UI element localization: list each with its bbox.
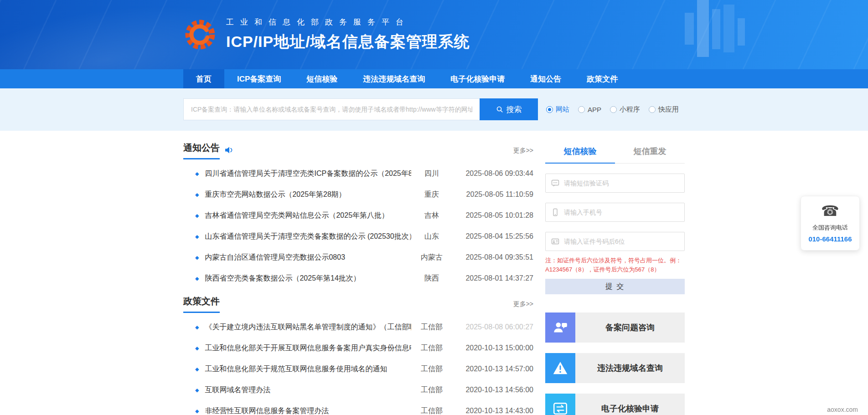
policies-more-link[interactable]: 更多>> bbox=[513, 300, 533, 313]
platform-label: 工业和信息化部政务服务平台 bbox=[226, 17, 470, 27]
notices-more-link[interactable]: 更多>> bbox=[513, 147, 533, 159]
radio-quickapp-dot bbox=[649, 106, 656, 113]
service-label: 备案问题咨询 bbox=[575, 313, 685, 343]
policy-date: 2020-10-13 14:43:00 bbox=[452, 407, 533, 415]
policy-source: 工信部 bbox=[411, 323, 452, 332]
search-input[interactable] bbox=[183, 98, 480, 120]
notices-list: ◆ 四川省通信管理局关于清理空壳类ICP备案数据的公示（2025年8 四川 20… bbox=[183, 163, 533, 289]
notice-date: 2025-08-04 15:25:56 bbox=[452, 232, 533, 241]
sms-note: 注：如证件号后六位涉及符号，符号占用一位。例：A1234567（8），证件号后六… bbox=[545, 256, 685, 274]
policy-link[interactable]: 《关于建立境内违法互联网站黑名单管理制度的通知》（工信部联 bbox=[205, 323, 411, 332]
notice-date: 2025-08-05 11:10:59 bbox=[452, 190, 533, 199]
left-column: 通知公告 更多>> ◆ 四川省通信管理局关于清理空壳类ICP备案数据的公示（20… bbox=[183, 142, 533, 415]
nav-item-sms-verify[interactable]: 短信核验 bbox=[294, 69, 350, 88]
page-title: ICP/IP地址/域名信息备案管理系统 bbox=[226, 31, 470, 52]
policy-row: ◆ 非经营性互联网信息服务备案管理办法 工信部 2020-10-13 14:43… bbox=[183, 400, 533, 415]
nav-item-home[interactable]: 首页 bbox=[183, 69, 224, 88]
notice-date: 2025-08-06 09:03:44 bbox=[452, 169, 533, 178]
diamond-bullet-icon: ◆ bbox=[195, 276, 199, 282]
search-button[interactable]: 搜索 bbox=[480, 98, 538, 120]
sms-code-icon bbox=[551, 179, 559, 187]
site-header: 工业和信息化部政务服务平台 ICP/IP地址/域名信息备案管理系统 bbox=[0, 0, 868, 69]
main-nav: 首页 ICP备案查询 短信核验 违法违规域名查询 电子化核验申请 通知公告 政策… bbox=[0, 69, 868, 88]
notices-header: 通知公告 更多>> bbox=[183, 142, 533, 159]
policy-link[interactable]: 工业和信息化部关于开展互联网信息服务备案用户真实身份信息电 bbox=[205, 343, 411, 353]
radio-app-label: APP bbox=[588, 106, 601, 113]
diamond-bullet-icon: ◆ bbox=[195, 324, 199, 330]
consult-phone-card: ☎ 全国咨询电话 010-66411166 bbox=[801, 196, 860, 251]
mobile-field-wrap bbox=[545, 203, 685, 222]
diamond-bullet-icon: ◆ bbox=[195, 366, 199, 372]
phone-card-label: 全国咨询电话 bbox=[805, 224, 856, 232]
notice-row: ◆ 吉林省通信管理局空壳类网站信息公示（2025年第八批） 吉林 2025-08… bbox=[183, 205, 533, 226]
notice-link[interactable]: 陕西省空壳类备案数据公示（2025年第14批次） bbox=[205, 274, 411, 283]
notice-row: ◆ 陕西省空壳类备案数据公示（2025年第14批次） 陕西 2025-08-01… bbox=[183, 268, 533, 289]
sms-code-input[interactable] bbox=[564, 179, 679, 187]
radio-website[interactable]: 网站 bbox=[546, 105, 569, 114]
transfer-icon bbox=[545, 394, 575, 415]
diamond-bullet-icon: ◆ bbox=[195, 387, 199, 393]
nav-item-notices[interactable]: 通知公告 bbox=[517, 69, 574, 88]
tab-sms-verify[interactable]: 短信核验 bbox=[545, 142, 615, 164]
notice-date: 2025-08-05 10:01:28 bbox=[452, 211, 533, 220]
main-content: 通知公告 更多>> ◆ 四川省通信管理局关于清理空壳类ICP备案数据的公示（20… bbox=[183, 131, 685, 415]
submit-button[interactable]: 提 交 bbox=[545, 279, 685, 294]
watermark: aoxox.com bbox=[827, 406, 858, 413]
person-chat-icon bbox=[545, 313, 575, 343]
tab-sms-resend[interactable]: 短信重发 bbox=[615, 142, 685, 163]
radio-quickapp-label: 快应用 bbox=[658, 105, 679, 114]
search-icon bbox=[496, 106, 503, 113]
mobile-input[interactable] bbox=[564, 209, 679, 216]
radio-website-dot bbox=[546, 106, 553, 113]
radio-website-label: 网站 bbox=[556, 105, 569, 114]
warning-icon bbox=[545, 353, 575, 383]
radio-app[interactable]: APP bbox=[578, 106, 601, 113]
policy-source: 工信部 bbox=[411, 385, 452, 395]
policy-source: 工信部 bbox=[411, 406, 452, 415]
policies-header: 政策文件 更多>> bbox=[183, 295, 533, 313]
policy-row: ◆ 工业和信息化部关于规范互联网信息服务使用域名的通知 工信部 2020-10-… bbox=[183, 359, 533, 379]
header-city-decor bbox=[685, 0, 745, 69]
notice-link[interactable]: 山东省通信管理局关于清理空壳类备案数据的公示 (202530批次） bbox=[205, 232, 411, 241]
sms-verify-panel: 短信核验 短信重发 bbox=[545, 142, 685, 294]
nav-item-illegal-domain[interactable]: 违法违规域名查询 bbox=[350, 69, 438, 88]
policy-date: 2025-08-08 06:00:27 bbox=[452, 323, 533, 331]
radio-quickapp[interactable]: 快应用 bbox=[649, 105, 679, 114]
diamond-bullet-icon: ◆ bbox=[195, 408, 199, 414]
notice-link[interactable]: 吉林省通信管理局空壳类网站信息公示（2025年第八批） bbox=[205, 211, 411, 220]
notice-region: 重庆 bbox=[411, 190, 452, 200]
speaker-icon bbox=[224, 146, 233, 154]
diamond-bullet-icon: ◆ bbox=[195, 213, 199, 219]
service-e-verify-apply[interactable]: 电子化核验申请 bbox=[545, 394, 685, 415]
radio-miniprogram[interactable]: 小程序 bbox=[610, 105, 640, 114]
radio-miniprogram-dot bbox=[610, 106, 617, 113]
diamond-bullet-icon: ◆ bbox=[195, 192, 199, 198]
diamond-bullet-icon: ◆ bbox=[195, 234, 199, 240]
phone-number[interactable]: 010-66411166 bbox=[805, 235, 856, 243]
policy-row: ◆ 工业和信息化部关于开展互联网信息服务备案用户真实身份信息电 工信部 2020… bbox=[183, 338, 533, 359]
policy-link[interactable]: 非经营性互联网信息服务备案管理办法 bbox=[205, 406, 411, 415]
notice-link[interactable]: 四川省通信管理局关于清理空壳类ICP备案数据的公示（2025年8 bbox=[205, 169, 411, 179]
sms-tabs: 短信核验 短信重发 bbox=[545, 142, 685, 164]
notice-date: 2025-08-01 14:37:27 bbox=[452, 274, 533, 282]
policy-link[interactable]: 互联网域名管理办法 bbox=[205, 385, 411, 395]
nav-item-icp-query[interactable]: ICP备案查询 bbox=[224, 69, 294, 88]
notice-row: ◆ 重庆市空壳网站数据公示（2025年第28期） 重庆 2025-08-05 1… bbox=[183, 184, 533, 205]
nav-item-e-verify[interactable]: 电子化核验申请 bbox=[438, 69, 517, 88]
quick-services: 备案问题咨询 违法违规域名查询 bbox=[545, 313, 685, 415]
policy-date: 2020-10-13 15:00:00 bbox=[452, 344, 533, 352]
id-card-icon bbox=[551, 237, 559, 246]
notice-link[interactable]: 内蒙古自治区通信管理局空壳数据公示0803 bbox=[205, 253, 411, 262]
service-label: 电子化核验申请 bbox=[575, 394, 685, 415]
notice-link[interactable]: 重庆市空壳网站数据公示（2025年第28期） bbox=[205, 190, 411, 200]
policy-source: 工信部 bbox=[411, 364, 452, 374]
id-card-input[interactable] bbox=[564, 238, 679, 245]
search-type-radio-group: 网站 APP 小程序 快应用 bbox=[546, 105, 679, 114]
service-filing-consult[interactable]: 备案问题咨询 bbox=[545, 313, 685, 343]
service-illegal-domain-query[interactable]: 违法违规域名查询 bbox=[545, 353, 685, 383]
right-column: 短信核验 短信重发 bbox=[545, 142, 685, 415]
nav-item-policies[interactable]: 政策文件 bbox=[574, 69, 630, 88]
notice-region: 吉林 bbox=[411, 211, 452, 220]
policy-link[interactable]: 工业和信息化部关于规范互联网信息服务使用域名的通知 bbox=[205, 364, 411, 374]
notices-title: 通知公告 bbox=[183, 142, 220, 159]
